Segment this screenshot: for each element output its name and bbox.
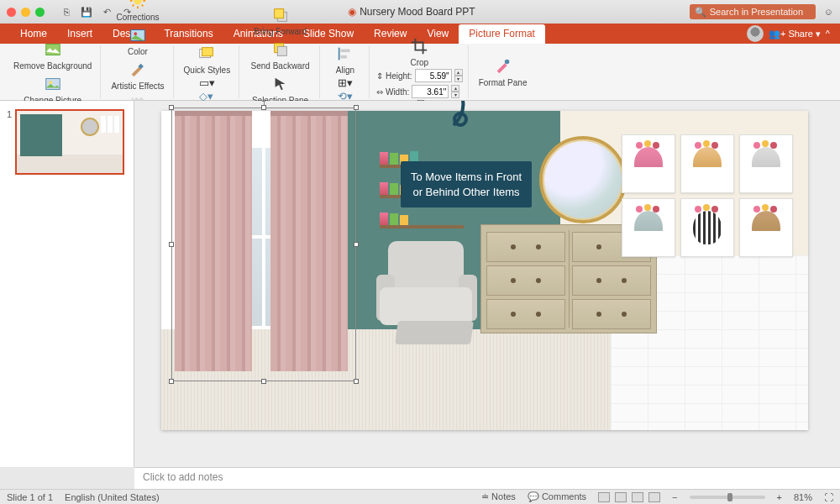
selection-box[interactable] xyxy=(171,108,356,381)
resize-handle[interactable] xyxy=(354,242,359,247)
reading-view-icon[interactable] xyxy=(632,492,643,502)
send-backward-icon xyxy=(270,39,291,60)
zoom-in-icon[interactable]: + xyxy=(777,492,782,502)
send-backward-button[interactable]: Send Backward xyxy=(248,38,313,72)
smiley-feedback-icon[interactable]: ☺ xyxy=(824,7,833,17)
format-pane-icon xyxy=(493,56,513,76)
ribbon: Remove Background Change Picture Correct… xyxy=(0,44,840,101)
slide-thumbnail-panel: 1 xyxy=(0,101,134,467)
width-icon: ⇔ xyxy=(376,87,383,97)
bring-forward-icon xyxy=(270,5,291,25)
svg-rect-21 xyxy=(274,8,283,18)
round-mirror[interactable] xyxy=(539,136,627,223)
language-status[interactable]: English (United States) xyxy=(65,492,160,502)
search-input[interactable]: 🔍 Search in Presentation xyxy=(690,4,816,19)
selection-pane-icon xyxy=(270,74,291,94)
search-icon: 🔍 xyxy=(695,7,706,18)
zoom-window-icon[interactable] xyxy=(35,8,45,17)
ribbon-collapse-icon[interactable]: ^ xyxy=(826,29,830,39)
document-title: Nursery Mood Board PPT xyxy=(360,6,475,18)
slide-thumbnail-1[interactable] xyxy=(15,109,124,175)
art-bunny[interactable] xyxy=(739,134,793,193)
quick-styles-icon xyxy=(197,44,217,64)
wall-art-grid[interactable] xyxy=(622,134,798,257)
close-window-icon[interactable] xyxy=(7,8,16,17)
zoom-out-icon[interactable]: − xyxy=(672,492,677,502)
format-pane-button[interactable]: Format Pane xyxy=(475,55,531,89)
user-avatar-icon[interactable] xyxy=(747,25,764,42)
undo-icon[interactable]: ↶ xyxy=(100,5,113,18)
status-bar: Slide 1 of 1 English (United States) ≐ N… xyxy=(0,489,840,504)
tab-picture-format[interactable]: Picture Format xyxy=(459,24,545,44)
resize-handle[interactable] xyxy=(354,105,359,110)
resize-handle[interactable] xyxy=(354,379,359,384)
view-mode-buttons[interactable] xyxy=(598,492,660,502)
annotation-text: To Move Items in Front or Behind Other I… xyxy=(411,171,522,198)
remove-background-button[interactable]: Remove Background xyxy=(10,38,95,72)
height-icon: ⇕ xyxy=(376,71,383,81)
resize-handle[interactable] xyxy=(169,105,174,110)
art-tiger[interactable] xyxy=(622,134,675,193)
art-elephant[interactable] xyxy=(622,198,675,257)
rotate-handle[interactable] xyxy=(260,101,268,102)
window-controls[interactable] xyxy=(7,8,45,17)
svg-rect-23 xyxy=(277,46,286,55)
width-stepper[interactable]: ▴▾ xyxy=(451,85,459,98)
slideshow-view-icon[interactable] xyxy=(648,492,660,502)
share-button[interactable]: 👥+ Share ▾ xyxy=(769,29,821,39)
shelf-books-bot[interactable] xyxy=(380,212,464,225)
picture-border-icon[interactable]: ▭▾ xyxy=(199,76,215,89)
zoom-slider[interactable] xyxy=(690,496,765,499)
height-input[interactable] xyxy=(415,69,452,82)
height-stepper[interactable]: ▴▾ xyxy=(454,69,463,82)
crop-button[interactable]: Crop xyxy=(401,34,438,69)
group-icon[interactable]: ⊞▾ xyxy=(338,76,353,89)
slide-canvas-area[interactable]: To Move Items in Front or Behind Other I… xyxy=(134,101,840,467)
resize-handle[interactable] xyxy=(169,242,174,247)
art-deer[interactable] xyxy=(739,198,793,257)
svg-line-9 xyxy=(142,5,144,7)
zoom-percent[interactable]: 81% xyxy=(794,492,812,502)
art-giraffe[interactable] xyxy=(680,134,734,193)
thumbnail-number: 1 xyxy=(7,109,12,175)
shelf-bot[interactable] xyxy=(380,225,464,228)
svg-point-29 xyxy=(504,60,509,65)
slide-counter[interactable]: Slide 1 of 1 xyxy=(7,492,53,502)
recliner-chair[interactable] xyxy=(371,241,489,359)
bring-forward-button[interactable]: Bring Forward xyxy=(250,3,310,38)
slide[interactable]: To Move Items in Front or Behind Other I… xyxy=(161,111,808,430)
corrections-icon xyxy=(128,0,148,11)
remove-background-icon xyxy=(43,39,63,60)
search-placeholder: Search in Presentation xyxy=(710,7,803,17)
resize-handle[interactable] xyxy=(261,379,266,384)
svg-point-2 xyxy=(49,81,52,84)
art-zebra[interactable] xyxy=(680,198,734,257)
crop-icon xyxy=(409,36,429,56)
normal-view-icon[interactable] xyxy=(598,492,610,502)
svg-rect-0 xyxy=(45,44,60,55)
corrections-button[interactable]: Corrections xyxy=(113,0,162,24)
sorter-view-icon[interactable] xyxy=(615,492,627,502)
svg-point-3 xyxy=(134,0,141,5)
minimize-window-icon[interactable] xyxy=(21,8,30,17)
svg-line-10 xyxy=(133,5,134,7)
notes-pane[interactable]: Click to add notes xyxy=(134,467,840,489)
artistic-effects-icon xyxy=(128,60,148,80)
svg-rect-19 xyxy=(202,47,213,55)
resize-handle[interactable] xyxy=(261,105,266,110)
artistic-effects-button[interactable]: Artistic Effects xyxy=(108,58,167,92)
resize-handle[interactable] xyxy=(169,379,174,384)
autosave-icon[interactable]: ⎘ xyxy=(60,5,73,18)
annotation-callout: To Move Items in Front or Behind Other I… xyxy=(401,161,532,207)
save-icon[interactable]: 💾 xyxy=(80,5,93,18)
comments-toggle[interactable]: 💬 Comments xyxy=(528,491,586,502)
color-button[interactable]: Color xyxy=(119,24,156,58)
align-button[interactable]: Align xyxy=(327,42,364,76)
fit-to-window-icon[interactable]: ⛶ xyxy=(824,492,833,502)
svg-point-13 xyxy=(134,32,137,35)
height-label: Height: xyxy=(386,71,412,81)
notes-toggle[interactable]: ≐ Notes xyxy=(481,491,516,502)
width-input[interactable] xyxy=(412,85,449,98)
svg-rect-28 xyxy=(340,55,346,58)
quick-styles-button[interactable]: Quick Styles xyxy=(181,42,234,76)
